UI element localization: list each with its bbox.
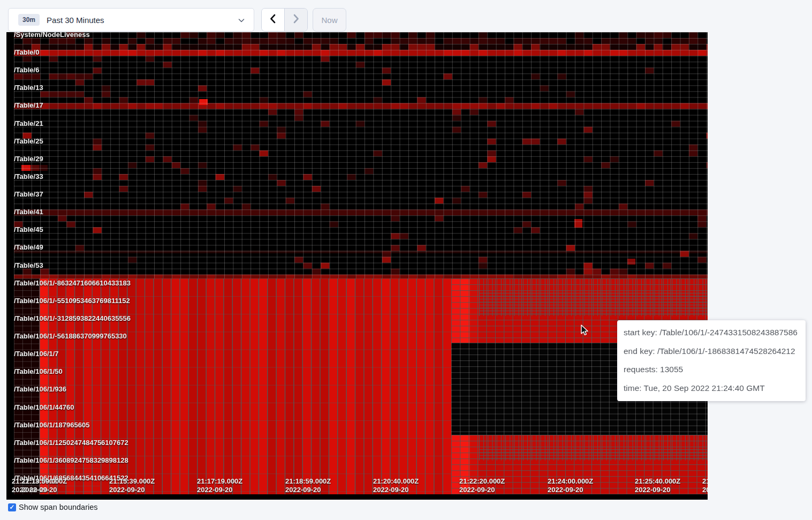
span-boundaries-checkbox[interactable]: ✓ bbox=[8, 503, 16, 511]
next-time-button[interactable] bbox=[285, 9, 307, 31]
time-range-badge: 30m bbox=[18, 14, 40, 26]
now-button-label: Now bbox=[321, 16, 337, 25]
chevron-right-icon bbox=[292, 14, 300, 26]
now-button[interactable]: Now bbox=[313, 8, 346, 32]
time-nav-group bbox=[261, 8, 308, 32]
prev-time-button[interactable] bbox=[262, 9, 285, 31]
tooltip-requests: requests: 13055 bbox=[624, 364, 799, 375]
tooltip-end-key: end key: /Table/106/1/-18683814745282642… bbox=[624, 346, 799, 357]
time-range-select[interactable]: 30m Past 30 Minutes bbox=[8, 8, 254, 32]
tooltip-time: time: Tue, 20 Sep 2022 21:24:40 GMT bbox=[624, 383, 799, 394]
heatmap-canvas[interactable] bbox=[6, 32, 708, 500]
key-visualizer-heatmap: /System/NodeLiveness/Table/0/Table/6/Tab… bbox=[6, 32, 708, 500]
footer: ✓ Show span boundaries bbox=[8, 503, 98, 511]
chevron-left-icon bbox=[269, 14, 277, 26]
bucket-tooltip: start key: /Table/106/1/-247433150824388… bbox=[617, 320, 806, 401]
key-visualizer-page: 30m Past 30 Minutes Now /System/NodeLive… bbox=[0, 0, 812, 520]
chevron-down-icon bbox=[238, 17, 245, 26]
span-boundaries-label: Show span boundaries bbox=[19, 503, 98, 511]
tooltip-start-key: start key: /Table/106/1/-247433150824388… bbox=[624, 327, 799, 338]
time-range-label: Past 30 Minutes bbox=[47, 16, 104, 25]
